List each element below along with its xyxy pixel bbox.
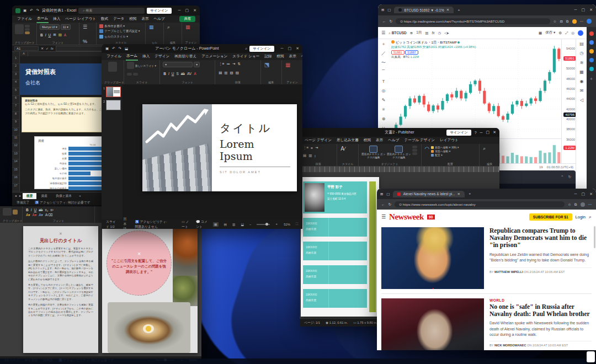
row-header[interactable]: 17 [12, 184, 19, 191]
pattern-icon[interactable]: ⌒ [378, 67, 389, 77]
text-effects-button[interactable]: A▾ [38, 213, 44, 217]
tab-animations[interactable]: アニメーション [201, 53, 228, 60]
layout-button[interactable] [127, 73, 132, 76]
name-box[interactable]: A1 [14, 46, 39, 51]
bullets-button[interactable]: ⋮≡ [218, 62, 225, 66]
address-bar[interactable]: ⊙ https://www.newsweek.com/topic/alexei-… [395, 201, 565, 207]
tab-insert[interactable]: 挿入 [52, 15, 61, 23]
row-header[interactable]: 4 [12, 80, 19, 88]
cancel-icon[interactable]: ✕ [41, 46, 44, 50]
font-color-button[interactable]: A▾ [32, 213, 38, 217]
tab-review[interactable]: 校閲 [129, 15, 137, 23]
zoom-in-icon[interactable]: ＋ [275, 222, 279, 227]
timeline-row[interactable]: 19XX/X年 高校卒業 [303, 265, 367, 284]
addins-icon[interactable]: ▦ [185, 24, 197, 30]
row-header[interactable]: 10 [12, 128, 19, 136]
excel-icon[interactable] [292, 360, 296, 363]
new-slide-button[interactable]: 新しいスライド ▾ [135, 64, 156, 67]
find-select-icon[interactable]: ⌕ [167, 24, 179, 30]
favorites-icon[interactable]: ☆ [554, 19, 557, 24]
vertical-tabs-icon[interactable]: ▢ [387, 8, 391, 12]
ideas-icon[interactable]: ◉ [576, 77, 587, 86]
compare-icon[interactable]: ⊕ [410, 31, 413, 35]
tab-insert[interactable]: 挿入 [142, 53, 150, 60]
tab-view[interactable]: 表示 [289, 53, 297, 60]
bold-button[interactable]: B [25, 208, 29, 212]
resume-header[interactable]: 平野 彩子 〒950-0950 東京都品川区 富士見町 12-3-4 [303, 181, 367, 213]
tab-record[interactable]: 記録 [264, 53, 272, 60]
fib-icon[interactable]: 〜 [378, 58, 389, 67]
font-name-select[interactable]: ▾ [163, 62, 193, 67]
emoji-icon[interactable]: ◎ [378, 86, 389, 95]
enter-icon[interactable]: ✓ [46, 46, 49, 50]
addins-icon[interactable]: ▦ [285, 62, 300, 68]
clock[interactable]: 01:00:53 (UTC+9) [547, 165, 573, 169]
close-button[interactable]: ✕ [589, 8, 593, 12]
indent-button[interactable]: ⇥ [315, 146, 318, 150]
word-page-2[interactable]: ✕ "ここに引用文を配置して、ご自分のニュースレターのこの問題を強調表示します。… [102, 226, 198, 353]
tab-actions-icon[interactable]: ⊞ [381, 8, 384, 12]
undo-icon[interactable]: ↶ [111, 46, 115, 51]
snapshot-icon[interactable]: ◎ [571, 31, 574, 35]
search-button[interactable] [278, 360, 282, 363]
minimize-button[interactable]: ─ [574, 8, 577, 12]
maximize-button[interactable]: ▢ [582, 192, 586, 196]
row-header[interactable]: 7 [12, 104, 19, 111]
tab-table-design[interactable]: テーブル デザイン [403, 137, 435, 144]
powerpoint-icon[interactable] [307, 360, 311, 363]
settings-more-icon[interactable]: ⋯ [588, 202, 592, 207]
scrollbar[interactable] [594, 226, 595, 248]
sheet-tab[interactable]: 資産 [37, 193, 51, 199]
close-button[interactable]: ✕ [296, 46, 299, 51]
draw-textbox-icon[interactable] [369, 146, 377, 153]
slide[interactable]: タイトル Lorem Ipsum SIT DOLOR AMET [142, 104, 297, 191]
bring-forward-button[interactable]: 前面へ移動 ▾ [435, 146, 450, 149]
text-highlight-button[interactable]: A▾ [25, 213, 31, 217]
symbol-title[interactable]: ビットコイン/米ドル・1日・BITSTAMP [396, 40, 457, 44]
format-painter-button[interactable] [13, 210, 18, 215]
measure-icon[interactable]: ≡ [378, 105, 389, 114]
zoom-in-icon[interactable]: ⊕ [378, 114, 389, 124]
minimize-button[interactable]: ─ [178, 8, 181, 13]
interval-select[interactable]: 1日 [416, 30, 422, 35]
search-icon[interactable]: ⌕ [589, 214, 592, 220]
word-icon[interactable] [300, 360, 304, 363]
bold-button[interactable]: B [163, 72, 167, 76]
start-button[interactable] [271, 360, 275, 363]
search-icon[interactable]: ⌕ [245, 46, 247, 51]
cut-button[interactable] [25, 25, 30, 28]
close-button[interactable]: ✕ [193, 8, 196, 13]
text-icon[interactable]: T [378, 77, 389, 86]
row-header[interactable]: 5 [12, 88, 19, 96]
tab-help[interactable]: ヘルプ [387, 137, 400, 144]
bold-button[interactable]: B [40, 33, 44, 37]
tab-design[interactable]: デザイン [154, 53, 170, 60]
quote-circle[interactable]: ✕ "ここに引用文を配置して、ご自分のニュースレターのこの問題を強調表示します。… [107, 231, 172, 296]
timeline-row[interactable]: 19XX/X年 高校卒業 [303, 289, 367, 308]
sheet-nav-left[interactable]: ◂ [14, 194, 18, 197]
draw-icon[interactable]: ✎ [378, 95, 389, 105]
share-button[interactable]: 共有 [179, 16, 195, 22]
alert-icon[interactable]: ◷ [438, 31, 441, 35]
settings-more-icon[interactable]: ⋯ [580, 19, 584, 24]
edge-icon[interactable] [285, 360, 289, 363]
new-tab-button[interactable]: ＋ [468, 191, 471, 196]
edit-textbox-button[interactable]: 図形内テキスト ボックスの編集 [361, 153, 386, 159]
crosshair-icon[interactable]: ＋ [378, 39, 389, 49]
align-left-button[interactable]: ▤ [302, 153, 307, 158]
alerts-icon[interactable]: ◷ [576, 49, 587, 58]
language-status[interactable]: 日本語 [123, 217, 129, 229]
fullscreen-icon[interactable]: ⤢ [565, 31, 568, 35]
article-headline[interactable]: Republican compares Trump to Navalny Dem… [489, 227, 592, 249]
refresh-icon[interactable]: ↻ [389, 202, 391, 207]
browser-tab[interactable]: BTCUSD 51692 ▼ -0.1% ✕ [394, 7, 454, 13]
align-left-button[interactable]: ▤ [218, 71, 222, 75]
watchlist-icon[interactable]: ▤ [576, 39, 587, 49]
refresh-icon[interactable]: ↻ [390, 19, 392, 24]
subscript-button[interactable]: x₂ [44, 208, 49, 212]
row-header[interactable]: 2 [12, 64, 19, 72]
tab-page-layout[interactable]: ページ レイアウト [65, 15, 97, 23]
borders-button[interactable]: ⊞ [52, 33, 56, 37]
publisher-icon[interactable] [314, 360, 318, 363]
number-format-icon[interactable]: % [82, 39, 93, 44]
